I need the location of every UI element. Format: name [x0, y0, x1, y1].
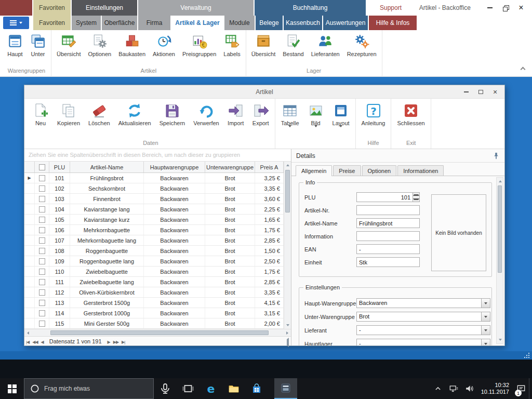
taskbar-search[interactable]: Frag mich etwas [24, 378, 154, 399]
toolbar-button-tabelle[interactable]: Tabelle [277, 99, 303, 134]
ribbon-tab-kassenbuch[interactable]: Kassenbuch [284, 16, 322, 30]
nav-prev-page-button[interactable]: ◀◀ [31, 340, 39, 344]
spinner-down-icon[interactable] [413, 197, 419, 202]
row-select-cell[interactable] [35, 277, 49, 287]
scrollbar-thumb[interactable] [285, 170, 290, 212]
taskbar-clock[interactable]: 10:32 10.11.2017 [477, 378, 513, 399]
row-select-cell[interactable] [35, 298, 49, 308]
action-center-button[interactable]: 1 [513, 378, 529, 399]
main-close-button[interactable]: × [513, 2, 529, 14]
row-select-cell[interactable] [35, 287, 49, 297]
row-select-cell[interactable] [35, 194, 49, 204]
row-checkbox[interactable] [39, 185, 45, 192]
row-checkbox[interactable] [39, 227, 45, 233]
ribbon-button-artikel-bersicht[interactable]: Übersicht [53, 30, 84, 57]
nav-next-page-button[interactable]: ▶▶ [112, 340, 120, 344]
scroll-up-button[interactable] [284, 162, 291, 169]
grid-vertical-scrollbar[interactable] [284, 162, 291, 329]
artikel-close-button[interactable]: × [488, 87, 502, 97]
volume-button[interactable] [461, 378, 477, 399]
nav-first-button[interactable]: |◀ [24, 340, 31, 344]
grid-row-105[interactable]: 105Kaviarstange kurzBackwarenBrot1,65 € [24, 215, 284, 225]
row-checkbox[interactable] [39, 175, 45, 181]
toolbar-button-aktualisieren[interactable]: Aktualisieren [114, 99, 155, 126]
ribbon-button-lager-lieferanten[interactable]: Lieferanten [308, 30, 343, 57]
artikel-maximize-button[interactable] [473, 87, 488, 97]
ribbon-tab-module[interactable]: Module [224, 16, 255, 30]
field-input-ean[interactable]: - [356, 244, 420, 254]
row-checkbox[interactable] [39, 279, 45, 285]
row-select-cell[interactable] [35, 267, 49, 276]
row-checkbox[interactable] [39, 196, 45, 202]
row-checkbox[interactable] [39, 258, 45, 264]
splitter-collapse-button[interactable] [287, 339, 289, 345]
grid-row-114[interactable]: 114Gersterbrot 1000gBackwarenBrot3,15 € [24, 308, 284, 318]
ribbon-button-artikel-baukasten[interactable]: Baukasten [115, 30, 149, 57]
ribbon-tab-auswertungen[interactable]: Auswertungen [323, 16, 368, 30]
scroll-down-button[interactable] [497, 336, 504, 343]
task-view-button[interactable] [177, 378, 200, 399]
field-input-plu[interactable]: 101 [356, 192, 413, 202]
row-checkbox[interactable] [39, 248, 45, 254]
start-button[interactable] [0, 378, 24, 399]
row-checkbox[interactable] [39, 237, 45, 244]
grid-row-101[interactable]: ▶101FrühlingsbrotBackwarenBrot3,25 € [24, 173, 284, 183]
header-checkbox[interactable] [39, 164, 45, 170]
combo-unter-warengruppe[interactable]: Brot [356, 312, 490, 322]
details-tab-preise[interactable]: Preise [333, 165, 361, 176]
main-minimize-button[interactable] [482, 2, 498, 14]
grid-row-112[interactable]: 112Oliven-KürbiskernbrotBackwarenBrot3,3… [24, 287, 284, 298]
grid-header-haupt[interactable]: Hauptwarengruppe [144, 162, 205, 172]
artikel-minimize-button[interactable] [459, 87, 473, 97]
toolbar-button-layout[interactable]: Layout [328, 99, 354, 134]
ribbon-tab-belege[interactable]: Belege [256, 16, 283, 30]
grid-header-unter[interactable]: Unterwarengruppe [205, 162, 255, 172]
ribbon-button-lager-bersicht[interactable]: Übersicht [248, 30, 279, 57]
grid-row-107[interactable]: 107Mehrkornbaguette langBackwarenBrot2,8… [24, 235, 284, 246]
combo-dropdown-button[interactable] [481, 299, 490, 308]
grid-header-name[interactable]: Artikel-Name [70, 162, 144, 172]
plu-spinner[interactable] [413, 192, 420, 202]
row-select-cell[interactable] [35, 183, 49, 193]
combo-haupt-warengruppe[interactable]: Backwaren [356, 298, 490, 308]
scrollbar-thumb[interactable] [50, 330, 269, 335]
ribbon-button-warengruppen-unter[interactable]: Unter [26, 30, 49, 57]
grid-row-111[interactable]: 111Zwiebelbaguette langBackwarenBrot2,85… [24, 277, 284, 287]
ribbon-button-artikel-optionen[interactable]: Optionen [84, 30, 115, 57]
edge-button[interactable]: e [200, 378, 222, 399]
combo-dropdown-button[interactable] [481, 326, 490, 335]
combo-hauptlager[interactable]: - [356, 339, 490, 345]
ribbon-tab-artikel-lager[interactable]: Artikel & Lager [171, 16, 223, 30]
network-button[interactable] [446, 378, 461, 399]
ribbon-button-lager-rezepturen[interactable]: Rezepturen [343, 30, 380, 57]
grid-row-110[interactable]: 110ZwiebelbaguetteBackwarenBrot1,75 € [24, 267, 284, 277]
row-checkbox[interactable] [39, 289, 45, 296]
row-select-cell[interactable] [35, 204, 49, 214]
ribbon-tab-system[interactable]: System [72, 16, 101, 30]
ribbon-button-warengruppen-haupt[interactable]: Haupt [4, 30, 26, 57]
toolbar-button-bild[interactable]: Bild [303, 99, 328, 134]
grid-header-preis[interactable]: Preis A [255, 162, 284, 172]
grid-row-113[interactable]: 113Gersterbrot 1500gBackwarenBrot4,15 € [24, 298, 284, 308]
scroll-left-button[interactable] [24, 329, 32, 337]
spinner-up-icon[interactable] [413, 193, 419, 197]
row-select-cell[interactable] [35, 173, 49, 183]
toolbar-button-neu[interactable]: Neu [28, 99, 53, 126]
grid-header-plu[interactable]: PLU [49, 162, 70, 172]
row-checkbox[interactable] [39, 310, 45, 316]
grid-row-102[interactable]: 102SechskornbrotBackwarenBrot3,35 € [24, 183, 284, 194]
scroll-right-button[interactable] [284, 329, 291, 337]
grid-header-select-column[interactable] [35, 162, 49, 172]
combo-dropdown-button[interactable] [481, 339, 490, 345]
ribbon-button-artikel-preisgruppen[interactable]: €Preisgruppen [179, 30, 220, 57]
grid-row-106[interactable]: 106MehrkornbaguetteBackwarenBrot1,75 € [24, 225, 284, 235]
grid-row-109[interactable]: 109Roggenbaguette langBackwarenBrot2,50 … [24, 256, 284, 267]
grid-row-115[interactable]: 115Mini Gerster 500gBackwarenBrot2,00 € [24, 318, 284, 329]
field-input-information[interactable] [356, 231, 420, 241]
toolbar-button-schliessen[interactable]: Schliessen [393, 99, 429, 126]
combo-dropdown-button[interactable] [481, 312, 490, 321]
tray-expand-button[interactable] [430, 378, 446, 399]
toolbar-button-export[interactable]: Export [248, 99, 273, 126]
app-menu-button[interactable] [3, 17, 29, 29]
toolbar-button-l-schen[interactable]: Löschen [84, 99, 114, 126]
